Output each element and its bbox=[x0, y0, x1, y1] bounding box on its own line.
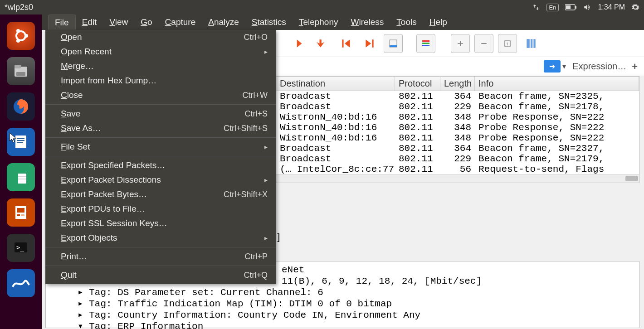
horizontal-scrollbar[interactable] bbox=[276, 174, 639, 183]
file-menu-export-pdus-to-file[interactable]: Export PDUs to File… bbox=[45, 202, 276, 216]
svg-rect-13 bbox=[17, 140, 24, 141]
file-menu-print[interactable]: Print…Ctrl+P bbox=[45, 249, 276, 264]
settings-gear-icon[interactable] bbox=[631, 3, 639, 11]
file-menu-export-ssl-session-keys[interactable]: Export SSL Session Keys… bbox=[45, 216, 276, 231]
launcher-firefox-icon[interactable] bbox=[7, 92, 35, 121]
svg-text:1: 1 bbox=[507, 42, 509, 46]
svg-rect-1 bbox=[575, 6, 576, 9]
packet-row[interactable]: WistronN_40:bd:16802.11348Probe Response… bbox=[276, 112, 639, 122]
system-top-bar: *wlp2s0 En 1:34 PM bbox=[0, 0, 644, 15]
detail-line[interactable]: ▸ Tag: DS Parameter set: Current Channel… bbox=[50, 287, 634, 298]
svg-rect-12 bbox=[17, 138, 24, 139]
svg-rect-27 bbox=[390, 45, 397, 47]
launcher-ubuntu-icon[interactable] bbox=[7, 22, 35, 50]
volume-icon[interactable] bbox=[583, 3, 591, 11]
file-menu-save[interactable]: SaveCtrl+S bbox=[45, 106, 276, 121]
unity-launcher: >_ bbox=[0, 15, 42, 329]
apply-filter-button[interactable]: ➔ bbox=[544, 60, 561, 73]
svg-rect-14 bbox=[17, 142, 23, 143]
resize-columns-icon[interactable] bbox=[522, 34, 541, 53]
launcher-files-icon[interactable] bbox=[7, 57, 35, 85]
file-menu-dropdown: OpenCtrl+OOpen RecentMerge…Import from H… bbox=[45, 30, 276, 284]
menu-wireless[interactable]: Wireless bbox=[345, 15, 390, 30]
packet-row[interactable]: Broadcast802.11364Beacon frame, SN=2325, bbox=[276, 91, 639, 102]
window-title: *wlp2s0 bbox=[5, 3, 33, 12]
battery-icon[interactable] bbox=[565, 4, 577, 10]
svg-rect-35 bbox=[533, 39, 535, 48]
svg-point-4 bbox=[24, 34, 28, 38]
detail-line[interactable]: ▾ Tag: ERP Information bbox=[50, 321, 634, 329]
packet-row[interactable]: WistronN_40:bd:16802.11348Probe Response… bbox=[276, 122, 639, 133]
svg-rect-8 bbox=[15, 65, 21, 68]
menu-file[interactable]: File bbox=[48, 15, 76, 30]
svg-rect-30 bbox=[422, 45, 429, 46]
system-indicators: En 1:34 PM bbox=[532, 3, 640, 11]
jump-down-icon[interactable] bbox=[313, 34, 332, 53]
file-menu-export-specified-packets[interactable]: Export Specified Packets… bbox=[45, 158, 276, 173]
launcher-impress-icon[interactable] bbox=[7, 198, 35, 227]
file-menu-save-as[interactable]: Save As…Ctrl+Shift+S bbox=[45, 121, 276, 135]
packet-row[interactable]: Broadcast802.11364Beacon frame, SN=2327, bbox=[276, 143, 639, 154]
detail-line[interactable]: ▸ Tag: Country Information: Country Code… bbox=[50, 310, 634, 321]
menu-capture[interactable]: Capture bbox=[159, 15, 202, 30]
menu-analyze[interactable]: Analyze bbox=[202, 15, 245, 30]
language-indicator[interactable]: En bbox=[546, 4, 559, 11]
menu-edit[interactable]: Edit bbox=[76, 15, 103, 30]
svg-rect-23 bbox=[21, 214, 24, 216]
packet-list-pane[interactable]: DestinationProtocolLengthInfoBroadcast80… bbox=[276, 76, 639, 183]
column-header-length[interactable]: Length bbox=[440, 77, 475, 91]
go-forward-icon[interactable] bbox=[289, 34, 308, 53]
file-menu-export-packet-bytes[interactable]: Export Packet Bytes…Ctrl+Shift+X bbox=[45, 187, 276, 202]
svg-rect-28 bbox=[422, 40, 429, 42]
packet-row[interactable]: Broadcast802.11229Beacon frame, SN=2179, bbox=[276, 154, 639, 164]
file-menu-export-objects[interactable]: Export Objects bbox=[45, 231, 276, 245]
menu-go[interactable]: Go bbox=[134, 15, 158, 30]
file-menu-file-set[interactable]: File Set bbox=[45, 140, 276, 154]
column-header-protocol[interactable]: Protocol bbox=[395, 77, 440, 91]
file-menu-close[interactable]: CloseCtrl+W bbox=[45, 88, 276, 102]
mouse-cursor-icon bbox=[9, 132, 17, 145]
menu-statistics[interactable]: Statistics bbox=[245, 15, 293, 30]
launcher-calc-icon[interactable] bbox=[7, 163, 35, 191]
svg-rect-29 bbox=[422, 43, 429, 44]
menu-telephony[interactable]: Telephony bbox=[293, 15, 345, 30]
file-menu-import-from-hex-dump[interactable]: Import from Hex Dump… bbox=[45, 73, 276, 88]
file-menu-merge[interactable]: Merge… bbox=[45, 59, 276, 73]
menu-help[interactable]: Help bbox=[423, 15, 454, 30]
menu-tools[interactable]: Tools bbox=[390, 15, 423, 30]
colorize-icon[interactable] bbox=[416, 34, 435, 53]
svg-point-5 bbox=[16, 29, 20, 33]
launcher-terminal-icon[interactable]: >_ bbox=[7, 234, 35, 262]
expression-button[interactable]: Expression… bbox=[572, 61, 626, 72]
zoom-out-icon[interactable] bbox=[474, 34, 493, 53]
main-toolbar: 1 bbox=[276, 30, 644, 57]
svg-point-3 bbox=[16, 31, 25, 40]
packet-row[interactable]: Broadcast802.11229Beacon frame, SN=2178, bbox=[276, 102, 639, 112]
display-filter-bar: ➔ ▾ Expression… + bbox=[276, 57, 644, 76]
truncated-bracket: ] bbox=[276, 232, 282, 243]
clock[interactable]: 1:34 PM bbox=[598, 3, 625, 11]
file-menu-quit[interactable]: QuitCtrl+Q bbox=[45, 268, 276, 282]
launcher-wireshark-icon[interactable] bbox=[7, 269, 35, 297]
network-icon[interactable] bbox=[532, 3, 540, 11]
svg-rect-2 bbox=[566, 5, 571, 9]
autoscroll-icon[interactable] bbox=[384, 34, 403, 53]
svg-rect-21 bbox=[17, 208, 24, 213]
file-menu-export-packet-dissections[interactable]: Export Packet Dissections bbox=[45, 173, 276, 187]
column-header-info[interactable]: Info bbox=[475, 77, 639, 91]
packet-row[interactable]: WistronN_40:bd:16802.11348Probe Response… bbox=[276, 133, 639, 143]
go-last-icon[interactable] bbox=[360, 34, 379, 53]
zoom-reset-icon[interactable]: 1 bbox=[498, 34, 517, 53]
svg-point-6 bbox=[16, 39, 20, 43]
svg-rect-9 bbox=[16, 72, 25, 76]
file-menu-open[interactable]: OpenCtrl+O bbox=[45, 30, 276, 44]
zoom-in-icon[interactable] bbox=[451, 34, 470, 53]
add-filter-button[interactable]: + bbox=[632, 61, 638, 73]
detail-line[interactable]: ▸ Tag: Traffic Indication Map (TIM): DTI… bbox=[50, 298, 634, 310]
filter-history-dropdown-icon[interactable]: ▾ bbox=[562, 62, 566, 71]
packet-row[interactable]: (… IntelCor_8c:ce:77 (…802.1156Request-t… bbox=[276, 164, 639, 174]
file-menu-open-recent[interactable]: Open Recent bbox=[45, 44, 276, 59]
column-header-destination[interactable]: Destination bbox=[276, 77, 395, 91]
go-first-icon[interactable] bbox=[337, 34, 356, 53]
menu-view[interactable]: View bbox=[103, 15, 134, 30]
